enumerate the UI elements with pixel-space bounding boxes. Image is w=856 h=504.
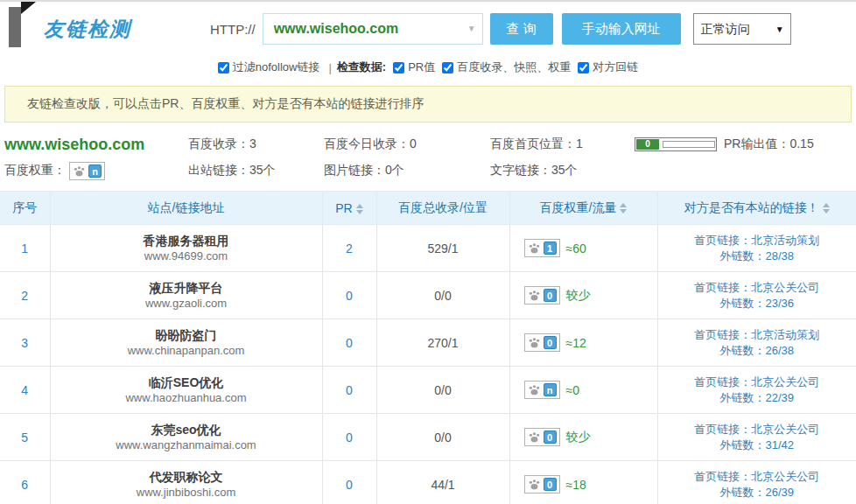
baidu-total-value: 0/0 — [376, 272, 509, 319]
site-name-link[interactable]: 香港服务器租用 — [51, 233, 322, 248]
weight-badge: 0 — [524, 475, 560, 494]
paw-icon — [528, 383, 541, 396]
traffic-estimate: 较少 — [566, 288, 591, 304]
paw-icon — [528, 289, 541, 302]
outlinks-count[interactable]: 外链数：23/36 — [658, 296, 856, 312]
home-link[interactable]: 首页链接：北京活动策划 — [658, 327, 856, 343]
weight-badge: 0 — [524, 286, 560, 304]
home-link[interactable]: 首页链接：北京公关公司 — [658, 422, 856, 438]
summary-section: www.wisehoo.com 百度收录：3 百度今日收录：0 百度首页位置：1… — [0, 122, 856, 189]
url-dropdown-caret-icon[interactable]: ▼ — [467, 24, 476, 33]
col-header-pr-sort[interactable]: PR — [322, 192, 376, 225]
pr-bar-empty — [663, 141, 715, 148]
home-link[interactable]: 首页链接：北京公关公司 — [658, 469, 856, 485]
site-url: www.chinapanpan.com — [51, 343, 322, 358]
weight-badge: n — [524, 381, 560, 399]
row-index: 6 — [0, 461, 50, 504]
sort-icon — [620, 203, 627, 214]
filter-separator: | — [328, 61, 331, 74]
col-header-index: 序号 — [0, 192, 50, 225]
weight-badge: 0 — [524, 333, 560, 352]
pr-output-bar: 0 — [635, 137, 717, 151]
home-link[interactable]: 首页链接：北京公关公司 — [658, 374, 856, 390]
home-link[interactable]: 首页链接：北京活动策划 — [658, 233, 856, 248]
outlinks-count[interactable]: 外链数：26/39 — [658, 485, 856, 500]
pr-filter[interactable]: PR值 — [393, 60, 435, 75]
manual-input-button[interactable]: 手动输入网址 — [562, 13, 681, 45]
baidu-weight-badge: n — [69, 162, 105, 180]
site-cell: 临沂SEO优化 www.haozhuanhua.com — [50, 367, 322, 414]
outlinks-count[interactable]: 外链数：28/38 — [658, 248, 856, 264]
row-index: 5 — [0, 414, 50, 461]
top-header: 友链检测 HTTP:// ▼ 查 询 手动输入网址 正常访问 ▼ — [0, 2, 856, 56]
image-links-stat: 图片链接：0个 — [324, 163, 490, 178]
weight-value-badge: n — [88, 164, 102, 178]
baidu-checkbox[interactable] — [442, 62, 453, 74]
baidu-filter[interactable]: 百度收录、快照、权重 — [442, 60, 571, 75]
outlinks-count[interactable]: 外链数：22/39 — [658, 390, 856, 406]
pr-bar-segment: 0 — [636, 139, 659, 150]
backlink-checkbox[interactable] — [578, 62, 589, 74]
weight-value-badge: 0 — [544, 336, 557, 349]
outlinks-count[interactable]: 外链数：26/38 — [658, 343, 856, 359]
corner-ribbon-flag-icon — [21, 2, 36, 14]
weight-cell: 0 较少 — [509, 414, 657, 461]
pr-value[interactable]: 0 — [322, 461, 376, 504]
sort-icon — [356, 204, 363, 214]
outbound-links-stat: 出站链接：35个 — [188, 163, 324, 178]
baidu-today-stat: 百度今日收录：0 — [324, 136, 490, 152]
corner-ribbon — [9, 7, 21, 47]
table-row: 6 代发职称论文 www.jinbiboshi.com 0 44/1 0 ≈18… — [0, 461, 856, 504]
sort-icon — [823, 203, 830, 214]
baidu-weight-stat: 百度权重： n — [4, 162, 188, 180]
app-logo: 友链检测 — [44, 16, 210, 43]
site-name-link[interactable]: 东莞seo优化 — [51, 422, 322, 438]
site-name-link[interactable]: 代发职称论文 — [51, 469, 322, 485]
outlinks-count[interactable]: 外链数：31/42 — [658, 438, 856, 453]
traffic-estimate: 较少 — [566, 430, 591, 445]
url-input[interactable] — [263, 13, 483, 45]
query-button[interactable]: 查 询 — [490, 13, 553, 45]
notice-banner: 友链检查改版，可以点击PR、百度权重、对方是否有本站的链接进行排序 — [4, 86, 852, 122]
paw-icon — [528, 430, 541, 444]
results-table: 序号 站点/链接地址 PR 百度总收录/位置 百度权重/流量 对方是否有本站的链… — [0, 191, 856, 504]
traffic-estimate: ≈12 — [566, 336, 586, 350]
traffic-estimate: ≈0 — [566, 383, 579, 397]
backlink-cell: 首页链接：北京公关公司 外链数：31/42 — [657, 414, 856, 461]
pr-value[interactable]: 0 — [322, 319, 376, 367]
weight-value-badge: n — [544, 383, 557, 396]
weight-value-badge: 0 — [544, 430, 557, 444]
table-row: 2 液压升降平台 www.gzaoli.com 0 0/0 0 较少 首页链接：… — [0, 272, 856, 319]
backlink-cell: 首页链接：北京活动策划 外链数：28/38 — [657, 225, 856, 272]
nofollow-filter[interactable]: 过滤nofollow链接 — [218, 60, 320, 75]
checked-domain: www.wisehoo.com — [4, 136, 188, 154]
nofollow-checkbox[interactable] — [218, 62, 229, 74]
backlink-filter[interactable]: 对方回链 — [578, 60, 638, 75]
pr-value[interactable]: 0 — [322, 367, 376, 414]
table-row: 5 东莞seo优化 www.wangzhanmaimai.com 0 0/0 0… — [0, 414, 856, 461]
row-index: 4 — [0, 367, 50, 414]
weight-value-badge: 1 — [544, 242, 557, 255]
backlink-cell: 首页链接：北京活动策划 外链数：26/38 — [657, 319, 856, 367]
site-url: www.jinbiboshi.com — [51, 485, 322, 500]
site-name-link[interactable]: 盼盼防盗门 — [51, 327, 322, 343]
pr-value[interactable]: 2 — [322, 225, 376, 272]
pr-value[interactable]: 0 — [322, 272, 376, 319]
site-cell: 东莞seo优化 www.wangzhanmaimai.com — [50, 414, 322, 461]
pr-checkbox[interactable] — [393, 62, 404, 74]
baidu-home-pos-stat: 百度首页位置：1 — [490, 136, 635, 152]
access-mode-select[interactable]: 正常访问 — [693, 13, 791, 45]
home-link[interactable]: 首页链接：北京公关公司 — [658, 280, 856, 296]
traffic-estimate: ≈60 — [566, 242, 586, 256]
site-url: www.gzaoli.com — [51, 296, 322, 311]
site-name-link[interactable]: 液压升降平台 — [51, 280, 322, 296]
site-name-link[interactable]: 临沂SEO优化 — [51, 374, 322, 390]
baidu-included-stat: 百度收录：3 — [188, 136, 324, 152]
site-cell: 液压升降平台 www.gzaoli.com — [50, 272, 322, 319]
site-url: www.94699.com — [51, 248, 322, 263]
baidu-total-value: 44/1 — [376, 461, 509, 504]
pr-value[interactable]: 0 — [322, 414, 376, 461]
col-header-backlink-sort[interactable]: 对方是否有本站的链接！ — [657, 192, 856, 225]
row-index: 3 — [0, 319, 50, 367]
col-header-weight-sort[interactable]: 百度权重/流量 — [509, 192, 657, 225]
